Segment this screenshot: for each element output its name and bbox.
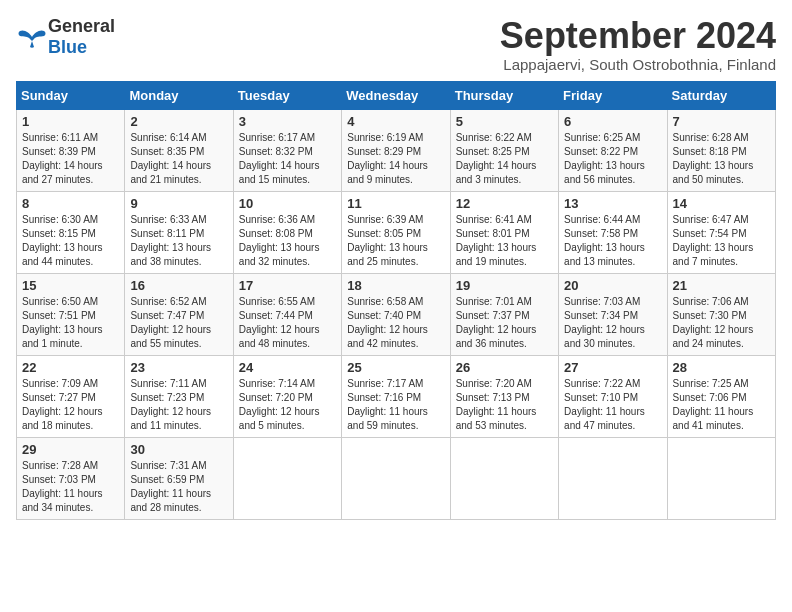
sunset-time: Sunset: 8:05 PM bbox=[347, 228, 421, 239]
calendar-subtitle: Lappajaervi, South Ostrobothnia, Finland bbox=[500, 56, 776, 73]
empty-cell bbox=[342, 437, 450, 519]
sunrise-time: Sunrise: 7:25 AM bbox=[673, 378, 749, 389]
day-number: 17 bbox=[239, 278, 336, 293]
cell-content: Sunrise: 6:58 AMSunset: 7:40 PMDaylight:… bbox=[347, 295, 444, 351]
calendar-cell-day-24: 24Sunrise: 7:14 AMSunset: 7:20 PMDayligh… bbox=[233, 355, 341, 437]
sunset-time: Sunset: 7:34 PM bbox=[564, 310, 638, 321]
daylight-hours: Daylight: 13 hours and 56 minutes. bbox=[564, 160, 645, 185]
calendar-cell-day-14: 14Sunrise: 6:47 AMSunset: 7:54 PMDayligh… bbox=[667, 191, 775, 273]
day-number: 5 bbox=[456, 114, 553, 129]
day-number: 28 bbox=[673, 360, 770, 375]
daylight-hours: Daylight: 11 hours and 41 minutes. bbox=[673, 406, 754, 431]
calendar-cell-day-20: 20Sunrise: 7:03 AMSunset: 7:34 PMDayligh… bbox=[559, 273, 667, 355]
day-number: 22 bbox=[22, 360, 119, 375]
daylight-hours: Daylight: 11 hours and 53 minutes. bbox=[456, 406, 537, 431]
daylight-hours: Daylight: 13 hours and 32 minutes. bbox=[239, 242, 320, 267]
daylight-hours: Daylight: 14 hours and 3 minutes. bbox=[456, 160, 537, 185]
sunset-time: Sunset: 7:51 PM bbox=[22, 310, 96, 321]
daylight-hours: Daylight: 14 hours and 21 minutes. bbox=[130, 160, 211, 185]
sunrise-time: Sunrise: 6:11 AM bbox=[22, 132, 98, 143]
sunset-time: Sunset: 7:30 PM bbox=[673, 310, 747, 321]
sunrise-time: Sunrise: 6:41 AM bbox=[456, 214, 532, 225]
calendar-cell-day-9: 9Sunrise: 6:33 AMSunset: 8:11 PMDaylight… bbox=[125, 191, 233, 273]
day-number: 21 bbox=[673, 278, 770, 293]
day-number: 3 bbox=[239, 114, 336, 129]
sunrise-time: Sunrise: 7:31 AM bbox=[130, 460, 206, 471]
day-number: 29 bbox=[22, 442, 119, 457]
daylight-hours: Daylight: 12 hours and 11 minutes. bbox=[130, 406, 211, 431]
sunset-time: Sunset: 8:39 PM bbox=[22, 146, 96, 157]
day-number: 11 bbox=[347, 196, 444, 211]
calendar-cell-day-4: 4Sunrise: 6:19 AMSunset: 8:29 PMDaylight… bbox=[342, 109, 450, 191]
day-number: 26 bbox=[456, 360, 553, 375]
sunrise-time: Sunrise: 6:19 AM bbox=[347, 132, 423, 143]
sunset-time: Sunset: 7:58 PM bbox=[564, 228, 638, 239]
calendar-title: September 2024 bbox=[500, 16, 776, 56]
daylight-hours: Daylight: 11 hours and 47 minutes. bbox=[564, 406, 645, 431]
cell-content: Sunrise: 7:22 AMSunset: 7:10 PMDaylight:… bbox=[564, 377, 661, 433]
daylight-hours: Daylight: 12 hours and 5 minutes. bbox=[239, 406, 320, 431]
sunset-time: Sunset: 7:47 PM bbox=[130, 310, 204, 321]
cell-content: Sunrise: 6:52 AMSunset: 7:47 PMDaylight:… bbox=[130, 295, 227, 351]
day-header-tuesday: Tuesday bbox=[233, 81, 341, 109]
daylight-hours: Daylight: 13 hours and 25 minutes. bbox=[347, 242, 428, 267]
sunrise-time: Sunrise: 6:25 AM bbox=[564, 132, 640, 143]
sunrise-time: Sunrise: 6:22 AM bbox=[456, 132, 532, 143]
cell-content: Sunrise: 7:11 AMSunset: 7:23 PMDaylight:… bbox=[130, 377, 227, 433]
empty-cell bbox=[667, 437, 775, 519]
cell-content: Sunrise: 6:39 AMSunset: 8:05 PMDaylight:… bbox=[347, 213, 444, 269]
calendar-table: SundayMondayTuesdayWednesdayThursdayFrid… bbox=[16, 81, 776, 520]
calendar-cell-day-11: 11Sunrise: 6:39 AMSunset: 8:05 PMDayligh… bbox=[342, 191, 450, 273]
empty-cell bbox=[559, 437, 667, 519]
daylight-hours: Daylight: 13 hours and 19 minutes. bbox=[456, 242, 537, 267]
sunset-time: Sunset: 7:03 PM bbox=[22, 474, 96, 485]
calendar-cell-day-21: 21Sunrise: 7:06 AMSunset: 7:30 PMDayligh… bbox=[667, 273, 775, 355]
sunset-time: Sunset: 7:13 PM bbox=[456, 392, 530, 403]
sunrise-time: Sunrise: 7:01 AM bbox=[456, 296, 532, 307]
sunrise-time: Sunrise: 7:20 AM bbox=[456, 378, 532, 389]
sunrise-time: Sunrise: 6:30 AM bbox=[22, 214, 98, 225]
day-number: 30 bbox=[130, 442, 227, 457]
daylight-hours: Daylight: 11 hours and 34 minutes. bbox=[22, 488, 103, 513]
day-header-sunday: Sunday bbox=[17, 81, 125, 109]
daylight-hours: Daylight: 12 hours and 30 minutes. bbox=[564, 324, 645, 349]
sunrise-time: Sunrise: 7:11 AM bbox=[130, 378, 206, 389]
sunrise-time: Sunrise: 6:39 AM bbox=[347, 214, 423, 225]
day-number: 12 bbox=[456, 196, 553, 211]
sunrise-time: Sunrise: 6:33 AM bbox=[130, 214, 206, 225]
sunset-time: Sunset: 8:15 PM bbox=[22, 228, 96, 239]
cell-content: Sunrise: 6:11 AMSunset: 8:39 PMDaylight:… bbox=[22, 131, 119, 187]
cell-content: Sunrise: 7:25 AMSunset: 7:06 PMDaylight:… bbox=[673, 377, 770, 433]
calendar-cell-day-3: 3Sunrise: 6:17 AMSunset: 8:32 PMDaylight… bbox=[233, 109, 341, 191]
day-number: 6 bbox=[564, 114, 661, 129]
day-number: 27 bbox=[564, 360, 661, 375]
daylight-hours: Daylight: 13 hours and 44 minutes. bbox=[22, 242, 103, 267]
cell-content: Sunrise: 6:36 AMSunset: 8:08 PMDaylight:… bbox=[239, 213, 336, 269]
daylight-hours: Daylight: 12 hours and 55 minutes. bbox=[130, 324, 211, 349]
day-number: 13 bbox=[564, 196, 661, 211]
sunrise-time: Sunrise: 6:55 AM bbox=[239, 296, 315, 307]
cell-content: Sunrise: 6:30 AMSunset: 8:15 PMDaylight:… bbox=[22, 213, 119, 269]
cell-content: Sunrise: 7:20 AMSunset: 7:13 PMDaylight:… bbox=[456, 377, 553, 433]
daylight-hours: Daylight: 14 hours and 15 minutes. bbox=[239, 160, 320, 185]
cell-content: Sunrise: 7:17 AMSunset: 7:16 PMDaylight:… bbox=[347, 377, 444, 433]
cell-content: Sunrise: 6:17 AMSunset: 8:32 PMDaylight:… bbox=[239, 131, 336, 187]
sunrise-time: Sunrise: 7:17 AM bbox=[347, 378, 423, 389]
sunrise-time: Sunrise: 6:28 AM bbox=[673, 132, 749, 143]
empty-cell bbox=[450, 437, 558, 519]
sunset-time: Sunset: 7:54 PM bbox=[673, 228, 747, 239]
calendar-cell-day-30: 30Sunrise: 7:31 AMSunset: 6:59 PMDayligh… bbox=[125, 437, 233, 519]
calendar-cell-day-13: 13Sunrise: 6:44 AMSunset: 7:58 PMDayligh… bbox=[559, 191, 667, 273]
day-number: 8 bbox=[22, 196, 119, 211]
daylight-hours: Daylight: 13 hours and 13 minutes. bbox=[564, 242, 645, 267]
sunset-time: Sunset: 7:20 PM bbox=[239, 392, 313, 403]
cell-content: Sunrise: 6:19 AMSunset: 8:29 PMDaylight:… bbox=[347, 131, 444, 187]
sunset-time: Sunset: 8:22 PM bbox=[564, 146, 638, 157]
daylight-hours: Daylight: 14 hours and 27 minutes. bbox=[22, 160, 103, 185]
day-header-thursday: Thursday bbox=[450, 81, 558, 109]
calendar-cell-day-8: 8Sunrise: 6:30 AMSunset: 8:15 PMDaylight… bbox=[17, 191, 125, 273]
sunset-time: Sunset: 8:35 PM bbox=[130, 146, 204, 157]
day-number: 19 bbox=[456, 278, 553, 293]
sunset-time: Sunset: 8:32 PM bbox=[239, 146, 313, 157]
day-number: 2 bbox=[130, 114, 227, 129]
